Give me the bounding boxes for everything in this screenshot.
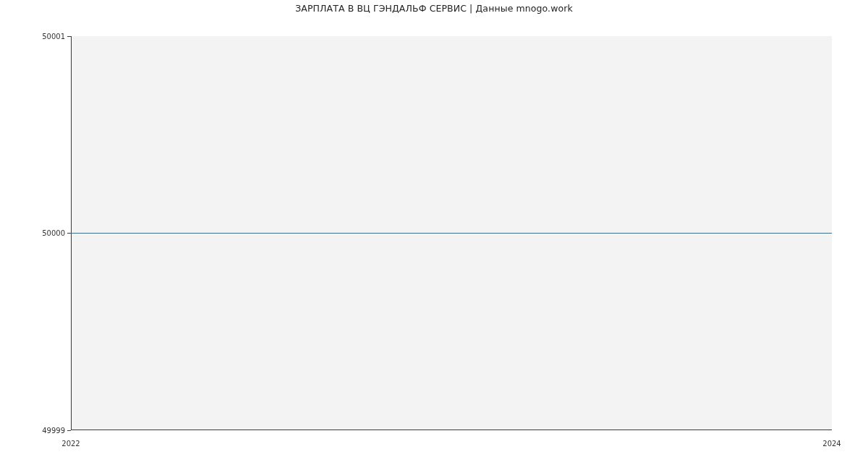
chart-title: ЗАРПЛАТА В ВЦ ГЭНДАЛЬФ СЕРВИС | Данные m… — [0, 3, 868, 14]
x-tick-label: 2024 — [822, 440, 841, 448]
y-tick — [67, 430, 71, 431]
y-tick — [67, 36, 71, 37]
x-tick-label: 2022 — [61, 440, 80, 448]
y-tick-label: 49999 — [7, 427, 65, 435]
y-tick-label: 50001 — [7, 33, 65, 40]
salary-series-line — [71, 233, 832, 234]
y-tick-label: 50000 — [7, 229, 65, 237]
chart-container: ЗАРПЛАТА В ВЦ ГЭНДАЛЬФ СЕРВИС | Данные m… — [0, 0, 868, 470]
